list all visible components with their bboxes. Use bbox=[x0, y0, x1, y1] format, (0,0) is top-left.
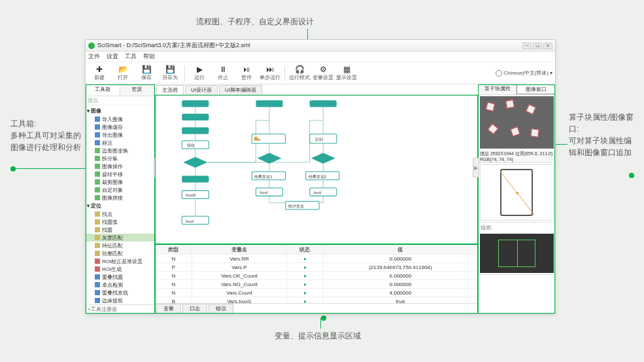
runmode-button[interactable]: 🎧运行模式 bbox=[288, 63, 311, 83]
tab-errors[interactable]: 错误 bbox=[209, 304, 233, 314]
tab-resource[interactable]: 资源 bbox=[120, 84, 155, 96]
table-cell: ● bbox=[287, 272, 324, 280]
tool-icon bbox=[95, 298, 100, 303]
tree-item[interactable]: 拆分集 bbox=[86, 154, 154, 162]
tool-icon bbox=[95, 140, 100, 145]
tree-item[interactable]: 裁剪图像 bbox=[86, 178, 154, 186]
tree-item[interactable]: 重叠找圆 bbox=[86, 273, 154, 281]
toolbox-panel: 工具箱 资源 搜选 ▾ 图像导入图像图像缓存导出图像标注边形图变换拆分集图像操作… bbox=[86, 84, 155, 314]
annotation-left-title: 工具箱: bbox=[10, 118, 82, 130]
svg-rect-20 bbox=[310, 100, 337, 107]
saveas-icon: 💾 bbox=[165, 65, 175, 74]
tree-item[interactable]: 找点 bbox=[86, 210, 154, 218]
table-row[interactable]: NVars.OK_Count●6.000000 bbox=[156, 272, 478, 280]
table-row[interactable]: PVars.P●(2139.646973,750.411804) bbox=[156, 263, 478, 272]
new-button[interactable]: ✚新建 bbox=[88, 63, 110, 83]
table-row[interactable]: NVars.Count●4.000000 bbox=[156, 289, 478, 297]
minimize-button[interactable]: ─ bbox=[522, 43, 532, 49]
tree-item[interactable]: 找圆弧 bbox=[86, 218, 154, 226]
tool-register[interactable]: +工具注册器 bbox=[86, 304, 154, 314]
tree-item[interactable]: 标注 bbox=[86, 139, 154, 147]
toolbox-tree[interactable]: ▾ 图像导入图像图像缓存导出图像标注边形图变换拆分集图像操作旋转平移裁剪图像自定… bbox=[86, 105, 154, 304]
menu-settings[interactable]: 设置 bbox=[107, 52, 118, 61]
tab-image-window[interactable]: 图像窗口 bbox=[517, 84, 555, 94]
tree-item-label: 边形图变换 bbox=[102, 147, 128, 154]
varset-button[interactable]: ⚙变量设置 bbox=[312, 63, 334, 83]
tree-item[interactable]: 特征匹配 bbox=[86, 242, 154, 249]
tree-item-label: 找圆 bbox=[102, 226, 112, 234]
tree-item[interactable]: 边缘提取 bbox=[86, 297, 154, 304]
annotation-right-title: 算子块属性/图像窗口: bbox=[569, 111, 634, 135]
tab-log[interactable]: 日志 bbox=[182, 304, 207, 314]
menu-file[interactable]: 文件 bbox=[88, 52, 100, 61]
svg-text:bool2: bool2 bbox=[186, 192, 196, 197]
tree-item[interactable]: ROI校正基准设置 bbox=[86, 257, 154, 265]
svg-text:锐化: 锐化 bbox=[186, 143, 195, 147]
open-button[interactable]: 📂打开 bbox=[112, 63, 134, 83]
tree-group[interactable]: ▾ 图像 bbox=[86, 107, 154, 115]
tree-item[interactable]: 图像拼接 bbox=[86, 194, 154, 202]
saveas-button[interactable]: 💾另存为 bbox=[159, 63, 181, 83]
separator bbox=[184, 65, 185, 81]
table-row[interactable]: NVars.RR●0.000000 bbox=[156, 255, 478, 263]
pause-button[interactable]: ⏯暂停 bbox=[235, 63, 258, 83]
table-cell: N bbox=[156, 280, 192, 289]
tree-group[interactable]: ▾ 定位 bbox=[86, 202, 154, 210]
tree-item[interactable]: 轮廓匹配 bbox=[86, 249, 154, 257]
image-preview-2[interactable] bbox=[479, 163, 555, 223]
menu-tools[interactable]: 工具 bbox=[125, 52, 137, 61]
menu-help[interactable]: 帮助 bbox=[143, 52, 155, 61]
tree-item[interactable]: ROI生成 bbox=[86, 265, 154, 273]
tree-item-label: 导入图像 bbox=[102, 116, 123, 123]
tree-item[interactable]: 导入图像 bbox=[86, 115, 154, 123]
stop-button[interactable]: ⏸停止 bbox=[212, 63, 234, 83]
right-collapse-handle[interactable]: ▶ bbox=[473, 158, 479, 177]
flowchart-canvas[interactable]: 锐化 bool2 bool fo bbox=[155, 95, 478, 244]
tool-icon bbox=[95, 243, 100, 248]
table-header: 变量名 bbox=[192, 245, 286, 255]
center-tabs: 主流程 UI设计器 UI脚本编辑器 bbox=[155, 84, 478, 95]
tree-item[interactable]: 自定对象 bbox=[86, 186, 154, 194]
image-preview-1[interactable]: 信息 2592X1944 位置(859.0, 211.0) RGB(74, 74… bbox=[479, 95, 555, 163]
tree-item-label: ROI生成 bbox=[102, 266, 122, 273]
tree-item[interactable]: 灰度匹配 bbox=[86, 234, 154, 242]
svg-marker-5 bbox=[183, 157, 207, 168]
step-button[interactable]: ⏭单步运行 bbox=[259, 63, 281, 83]
table-cell: true bbox=[323, 297, 477, 304]
tree-item[interactable]: 导出图像 bbox=[86, 131, 154, 139]
globe-icon bbox=[496, 70, 502, 77]
tree-item[interactable]: 旋转平移 bbox=[86, 170, 154, 178]
diagonal-line bbox=[481, 165, 553, 220]
save-button[interactable]: 💾保存 bbox=[135, 63, 158, 83]
tab-block-property[interactable]: 算子块属性 bbox=[479, 84, 517, 94]
image-preview-3[interactable] bbox=[479, 232, 555, 275]
tab-mainflow[interactable]: 主流程 bbox=[156, 85, 184, 94]
table-row[interactable]: BVars.bool1●true bbox=[156, 297, 478, 304]
variable-table[interactable]: 类型变量名状态值 NVars.RR●0.000000PVars.P●(2139.… bbox=[155, 245, 478, 303]
tab-ui-designer[interactable]: UI设计器 bbox=[185, 85, 218, 94]
app-window: SciSmart - D:/SciSmart3.0方案/主界面流程图+中文版2.… bbox=[85, 39, 556, 314]
tree-item[interactable]: 卓点检测 bbox=[86, 281, 154, 289]
close-button[interactable]: ✕ bbox=[543, 43, 552, 49]
toolbox-search[interactable]: 搜选 bbox=[86, 96, 154, 105]
maximize-button[interactable]: ▭ bbox=[533, 43, 542, 49]
tab-toolbox[interactable]: 工具箱 bbox=[86, 84, 120, 96]
tab-ui-script[interactable]: UI脚本编辑器 bbox=[219, 85, 262, 94]
tree-item-label: 找圆弧 bbox=[102, 219, 118, 226]
tab-variables[interactable]: 变量 bbox=[156, 304, 181, 314]
tree-item[interactable]: 找圆 bbox=[86, 226, 154, 234]
run-button[interactable]: ▶运行 bbox=[188, 63, 211, 83]
tree-item[interactable]: 边形图变换 bbox=[86, 147, 154, 154]
tree-item-label: 自定对象 bbox=[102, 187, 123, 194]
tree-item[interactable]: 图像操作 bbox=[86, 162, 154, 170]
language-selector[interactable]: Chinese|中文(简体) ▾ bbox=[496, 69, 552, 77]
table-cell: 0.000000 bbox=[323, 280, 477, 289]
tree-item[interactable]: 图像缓存 bbox=[86, 123, 154, 131]
table-cell: ● bbox=[287, 255, 324, 263]
tree-item[interactable]: 重叠找直线 bbox=[86, 289, 154, 297]
window-title: SciSmart - D:/SciSmart3.0方案/主界面流程图+中文版2.… bbox=[97, 41, 522, 50]
tool-icon bbox=[95, 164, 100, 169]
display-button[interactable]: ▦显示设置 bbox=[335, 63, 358, 83]
table-cell: ● bbox=[287, 280, 324, 289]
table-row[interactable]: NVars.NG_Count●0.000000 bbox=[156, 280, 478, 289]
